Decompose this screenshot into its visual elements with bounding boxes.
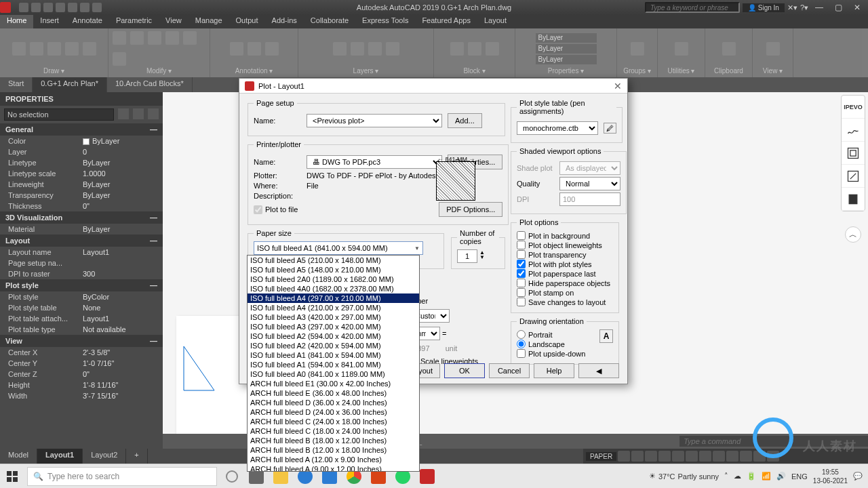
- panel-annotation[interactable]: Annotation ▾: [235, 67, 273, 76]
- sign-in-button[interactable]: 👤 Sign In: [743, 3, 785, 12]
- qat-save-icon[interactable]: [43, 3, 53, 12]
- statusbar-snap-icon[interactable]: [631, 451, 644, 462]
- qat-saveas-icon[interactable]: [56, 3, 65, 12]
- plot-option-checkbox[interactable]: Plot in background: [517, 231, 613, 240]
- qat-plot-icon[interactable]: [68, 3, 77, 12]
- props-row[interactable]: Center X2'-3 5/8": [0, 347, 163, 358]
- doc-tab[interactable]: 10.Arch Cad Blocks*: [107, 77, 193, 92]
- props-row[interactable]: Linetype scale1.0000: [0, 168, 163, 179]
- tray-notifications-icon[interactable]: 💬: [853, 472, 863, 481]
- paper-size-option[interactable]: ISO full bleed A3 (420.00 x 297.00 MM): [248, 312, 419, 322]
- copies-spinner-icon[interactable]: ▲▼: [479, 250, 485, 260]
- upside-down-checkbox[interactable]: Plot upside-down: [517, 349, 599, 358]
- panel-block[interactable]: Block ▾: [463, 67, 485, 76]
- plot-style-table-select[interactable]: monochrome.ctb: [517, 121, 598, 135]
- close-window-button[interactable]: ✕: [849, 3, 865, 12]
- paper-size-option[interactable]: ISO full bleed A4 (297.00 x 210.00 MM): [248, 293, 419, 303]
- props-row[interactable]: Plot table typeNot available: [0, 324, 163, 335]
- statusbar-workspace-icon[interactable]: [740, 451, 752, 462]
- statusbar-polar-icon[interactable]: [658, 451, 671, 462]
- props-category[interactable]: View—: [0, 335, 163, 347]
- paper-size-option[interactable]: ARCH full bleed C (24.00 x 18.00 Inches): [248, 417, 419, 426]
- paper-size-option[interactable]: ISO full bleed 4A0 (1682.00 x 2378.00 MM…: [248, 284, 419, 293]
- pickadd-icon[interactable]: [148, 108, 159, 119]
- ribbon-tab-parametric[interactable]: Parametric: [109, 15, 159, 28]
- zoom-extents-icon[interactable]: [842, 142, 865, 165]
- plot-option-checkbox[interactable]: Plot stamp on: [517, 288, 613, 297]
- signature-icon[interactable]: [842, 119, 865, 142]
- tray-volume-icon[interactable]: 🔊: [776, 472, 786, 481]
- quickselect-icon[interactable]: [118, 108, 129, 119]
- color-combo[interactable]: ByLayer: [536, 33, 597, 43]
- space-indicator[interactable]: PAPER: [586, 452, 616, 461]
- help-icon[interactable]: ?▾: [800, 3, 808, 12]
- ribbon-tab-add-ins[interactable]: Add-ins: [265, 15, 304, 28]
- ribbon-tab-layout[interactable]: Layout: [477, 15, 513, 28]
- props-row[interactable]: Plot style tableNone: [0, 302, 163, 313]
- qat-new-icon[interactable]: [19, 3, 28, 12]
- help-search-input[interactable]: [645, 2, 740, 13]
- quality-select[interactable]: Normal: [559, 177, 620, 190]
- props-category[interactable]: Plot style—: [0, 279, 163, 291]
- props-row[interactable]: LinetypeByLayer: [0, 157, 163, 168]
- edit-plot-style-icon[interactable]: 🖉: [604, 123, 616, 134]
- props-row[interactable]: Width3'-7 15/16": [0, 390, 163, 401]
- layout-tab[interactable]: Model: [0, 449, 37, 464]
- props-row[interactable]: ColorByLayer: [0, 136, 163, 146]
- tray-wifi-icon[interactable]: 📶: [762, 472, 771, 481]
- doc-tab[interactable]: Start: [0, 77, 33, 92]
- copies-input[interactable]: [457, 249, 477, 263]
- statusbar-osnap-icon[interactable]: [672, 451, 684, 462]
- panel-properties[interactable]: Properties ▾: [548, 67, 584, 76]
- statusbar-grid-icon[interactable]: [618, 451, 630, 462]
- props-row[interactable]: Layout nameLayout1: [0, 247, 163, 258]
- tray-battery-icon[interactable]: 🔋: [747, 472, 756, 481]
- paper-size-option[interactable]: ARCH full bleed D (24.00 x 36.00 Inches): [248, 407, 419, 417]
- exchange-icon[interactable]: ✕▾: [787, 3, 797, 12]
- plot-option-checkbox[interactable]: Plot object lineweights: [517, 241, 613, 249]
- ribbon-tab-view[interactable]: View: [159, 15, 189, 28]
- props-row[interactable]: Plot table attach...Layout1: [0, 313, 163, 324]
- paper-size-dropdown-list[interactable]: ISO full bleed A5 (210.00 x 148.00 MM)IS…: [247, 255, 420, 472]
- statusbar-ortho-icon[interactable]: [645, 451, 657, 462]
- paper-size-option[interactable]: ARCH full bleed D (36.00 x 24.00 Inches): [248, 398, 419, 407]
- cortana-icon[interactable]: [220, 464, 244, 489]
- paper-size-option[interactable]: ISO full bleed A5 (210.00 x 148.00 MM): [248, 256, 419, 265]
- minimize-button[interactable]: —: [811, 3, 827, 12]
- props-row[interactable]: LineweightByLayer: [0, 179, 163, 190]
- props-row[interactable]: TransparencyByLayer: [0, 190, 163, 201]
- props-category[interactable]: General—: [0, 123, 163, 136]
- layout-tab[interactable]: +: [126, 449, 147, 464]
- tray-chevron-icon[interactable]: ˄: [724, 472, 728, 481]
- expand-chevron-icon[interactable]: ︿: [845, 226, 861, 243]
- props-row[interactable]: Plot styleByColor: [0, 291, 163, 302]
- paper-size-option[interactable]: ARCH full bleed E1 (30.00 x 42.00 Inches…: [248, 379, 419, 388]
- props-category[interactable]: Layout—: [0, 235, 163, 247]
- props-row[interactable]: Center Z0": [0, 369, 163, 380]
- plot-option-checkbox[interactable]: Plot transparency: [517, 250, 613, 259]
- paper-size-option[interactable]: ARCH full bleed E (36.00 x 48.00 Inches): [248, 388, 419, 398]
- statusbar-lweight-icon[interactable]: [699, 451, 711, 462]
- tray-onedrive-icon[interactable]: ☁: [734, 472, 741, 481]
- paper-size-select[interactable]: ISO full bleed A1 (841.00 x 594.00 MM)▼: [254, 241, 423, 255]
- props-row[interactable]: Layer0: [0, 146, 163, 157]
- page-setup-name-select[interactable]: <Previous plot>: [307, 114, 442, 127]
- paper-size-option[interactable]: ISO full bleed 2A0 (1189.00 x 1682.00 MM…: [248, 274, 419, 284]
- panel-modify[interactable]: Modify ▾: [146, 67, 172, 76]
- weather-widget[interactable]: ☀ 37°C Partly sunny: [649, 472, 719, 481]
- layout-tab[interactable]: Layout1: [37, 449, 83, 464]
- ribbon-tab-insert[interactable]: Insert: [33, 15, 66, 28]
- props-row[interactable]: Thickness0": [0, 201, 163, 211]
- props-row[interactable]: Height1'-8 11/16": [0, 380, 163, 390]
- landscape-radio[interactable]: Landscape: [517, 340, 599, 348]
- qat-redo-icon[interactable]: [92, 3, 102, 12]
- paper-size-option[interactable]: ISO full bleed A1 (841.00 x 594.00 MM): [248, 350, 419, 360]
- paper-size-option[interactable]: ISO full bleed A2 (420.00 x 594.00 MM): [248, 341, 419, 350]
- plot-option-checkbox[interactable]: Plot paperspace last: [517, 269, 613, 278]
- props-row[interactable]: DPI to raster300: [0, 268, 163, 279]
- linetype-combo[interactable]: ByLayer: [536, 55, 597, 64]
- paper-size-option[interactable]: ARCH full bleed A (12.00 x 9.00 Inches): [248, 455, 419, 464]
- dialog-close-button[interactable]: ✕: [614, 81, 622, 92]
- paper-size-option[interactable]: ARCH full bleed A (9.00 x 12.00 Inches): [248, 464, 419, 472]
- statusbar-annoscale-icon[interactable]: [726, 451, 738, 462]
